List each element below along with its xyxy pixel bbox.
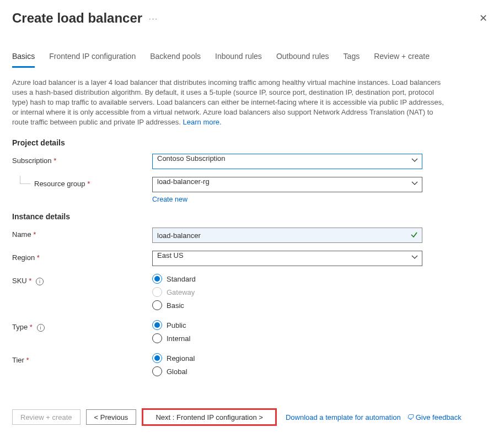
tab-frontend-ip[interactable]: Frontend IP configuration (49, 52, 136, 68)
radio-label: Regional (167, 354, 195, 363)
sku-option-gateway: Gateway (152, 287, 422, 297)
radio-icon (152, 333, 162, 343)
subscription-select[interactable]: Contoso Subscription (152, 154, 422, 169)
type-label: Type * i (12, 320, 152, 332)
close-icon[interactable]: ✕ (475, 10, 492, 26)
learn-more-link[interactable]: Learn more. (183, 118, 222, 126)
radio-icon (152, 366, 162, 376)
radio-icon (152, 300, 162, 310)
tab-basics[interactable]: Basics (12, 52, 35, 68)
subscription-label: Subscription * (12, 154, 152, 165)
sku-radio-group: Standard Gateway Basic (152, 274, 422, 310)
more-icon[interactable]: ··· (149, 14, 158, 23)
check-icon (410, 231, 418, 240)
sku-option-basic[interactable]: Basic (152, 300, 422, 310)
type-option-public[interactable]: Public (152, 320, 422, 330)
radio-label: Gateway (167, 288, 195, 296)
create-new-link[interactable]: Create new (152, 196, 187, 203)
radio-icon (152, 287, 162, 297)
tier-radio-group: Regional Global (152, 353, 422, 376)
name-input[interactable] (152, 228, 422, 243)
region-label: Region * (12, 251, 152, 262)
tier-option-global[interactable]: Global (152, 366, 422, 376)
radio-label: Standard (167, 275, 196, 283)
description-text: Azure load balancer is a layer 4 load ba… (12, 78, 446, 127)
type-option-internal[interactable]: Internal (152, 333, 422, 343)
section-instance-details: Instance details (12, 212, 446, 221)
radio-icon (152, 274, 162, 284)
sku-option-standard[interactable]: Standard (152, 274, 422, 284)
radio-label: Basic (167, 301, 184, 310)
radio-label: Internal (167, 334, 190, 343)
tier-option-regional[interactable]: Regional (152, 353, 422, 363)
blade-header: Create load balancer ··· ✕ (0, 0, 504, 30)
tab-outbound-rules[interactable]: Outbound rules (276, 52, 329, 68)
region-select[interactable]: East US (152, 251, 422, 266)
tab-review-create[interactable]: Review + create (374, 52, 430, 68)
info-icon[interactable]: i (37, 324, 45, 332)
name-label: Name * (12, 228, 152, 239)
page-title: Create load balancer (12, 10, 142, 26)
tab-inbound-rules[interactable]: Inbound rules (215, 52, 262, 68)
info-icon[interactable]: i (36, 278, 44, 285)
type-radio-group: Public Internal (152, 320, 422, 343)
radio-icon (152, 320, 162, 330)
tab-backend-pools[interactable]: Backend pools (150, 52, 201, 68)
resource-group-select[interactable]: load-balancer-rg (152, 177, 422, 192)
radio-icon (152, 353, 162, 363)
sku-label: SKU * i (12, 274, 152, 285)
resource-group-label: Resource group * (12, 177, 152, 188)
radio-label: Global (167, 367, 187, 376)
tab-tags[interactable]: Tags (344, 52, 360, 68)
tab-bar: Basics Frontend IP configuration Backend… (0, 30, 504, 68)
description-body: Azure load balancer is a layer 4 load ba… (12, 78, 444, 126)
tier-label: Tier * (12, 353, 152, 364)
radio-label: Public (167, 321, 186, 329)
section-project-details: Project details (12, 138, 446, 147)
